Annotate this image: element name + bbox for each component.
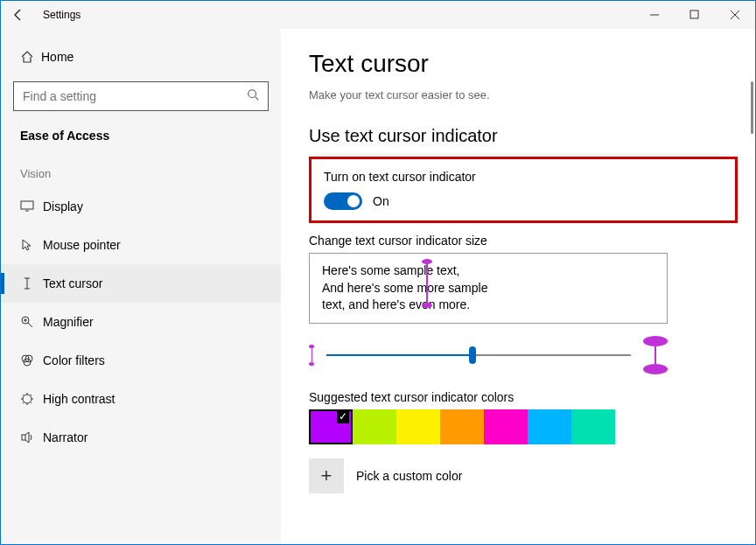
home-label: Home [41,50,74,64]
nav-label: Mouse pointer [43,238,121,252]
high-contrast-icon [20,392,43,406]
slider-min-icon [309,345,314,366]
svg-line-3 [256,97,259,101]
svg-line-21 [31,395,32,396]
nav-narrator[interactable]: Narrator [1,418,281,457]
toggle-state: On [373,194,389,208]
nav-label: Narrator [43,430,88,444]
search-icon [247,88,259,104]
color-filters-icon [20,353,43,367]
nav-display[interactable]: Display [1,187,281,226]
nav-label: High contrast [43,392,115,406]
search-input[interactable] [23,89,247,103]
colors-label: Suggested text cursor indicator colors [309,390,738,404]
color-swatch-yellow[interactable] [396,409,440,444]
sidebar: Home Ease of Access Vision Display Mouse… [1,29,281,544]
window-title: Settings [43,9,80,21]
group-label: Vision [1,157,281,187]
color-swatch-magenta[interactable] [484,409,528,444]
minimize-button[interactable] [634,1,675,29]
back-button[interactable] [1,1,36,29]
size-slider[interactable] [326,354,631,356]
highlight-annotation: Turn on text cursor indicator On [309,157,738,223]
text-cursor-icon [20,276,43,290]
nav-text-cursor[interactable]: Text cursor [1,264,281,303]
color-swatch-cyan[interactable] [528,409,571,444]
close-button[interactable] [715,1,755,29]
home-icon [20,50,41,64]
color-swatch-orange[interactable] [440,409,484,444]
preview-line: And here's some more sample [322,280,654,297]
custom-color-label: Pick a custom color [356,469,462,483]
mouse-pointer-icon [20,238,43,252]
maximize-button[interactable] [675,1,715,29]
home-link[interactable]: Home [1,39,281,74]
color-swatch-teal[interactable] [571,409,615,444]
page-title: Text cursor [309,50,738,78]
size-slider-row [309,336,668,374]
svg-rect-4 [21,201,33,209]
titlebar: Settings [1,1,755,29]
svg-line-20 [23,402,24,404]
magnifier-icon [20,315,43,329]
content-area: Text cursor Make your text cursor easier… [281,29,755,544]
narrator-icon [20,430,43,444]
nav-magnifier[interactable]: Magnifier [1,303,281,341]
color-swatch-purple[interactable] [309,409,353,444]
nav-color-filters[interactable]: Color filters [1,341,281,380]
pick-custom-color[interactable]: + Pick a custom color [309,458,738,493]
svg-line-18 [23,395,24,396]
nav-label: Text cursor [43,276,102,290]
page-description: Make your text cursor easier to see. [309,88,738,101]
slider-thumb[interactable] [469,346,476,364]
search-box[interactable] [13,81,269,111]
category-label: Ease of Access [1,125,281,157]
nav-label: Display [43,199,83,213]
display-icon [20,200,43,213]
indicator-toggle[interactable] [324,192,362,210]
plus-icon: + [309,458,344,493]
svg-point-2 [248,90,256,98]
cursor-indicator-preview [422,259,432,308]
preview-line: text, and here's even more. [322,297,654,314]
scrollbar[interactable] [751,81,753,134]
preview-box: Here's some sample text, And here's some… [309,253,668,324]
svg-line-9 [28,323,32,327]
size-label: Change text cursor indicator size [309,234,738,248]
nav-label: Magnifier [43,315,94,329]
svg-rect-22 [22,435,25,440]
color-swatches [309,409,738,444]
nav-mouse-pointer[interactable]: Mouse pointer [1,226,281,264]
svg-line-19 [31,402,32,404]
color-swatch-lime[interactable] [353,409,396,444]
preview-line: Here's some sample text, [322,262,654,280]
section-heading: Use text cursor indicator [309,126,738,146]
slider-max-icon [643,336,668,374]
svg-rect-1 [690,10,698,18]
toggle-label: Turn on text cursor indicator [324,170,723,184]
nav-label: Color filters [43,353,105,367]
nav-high-contrast[interactable]: High contrast [1,380,281,418]
